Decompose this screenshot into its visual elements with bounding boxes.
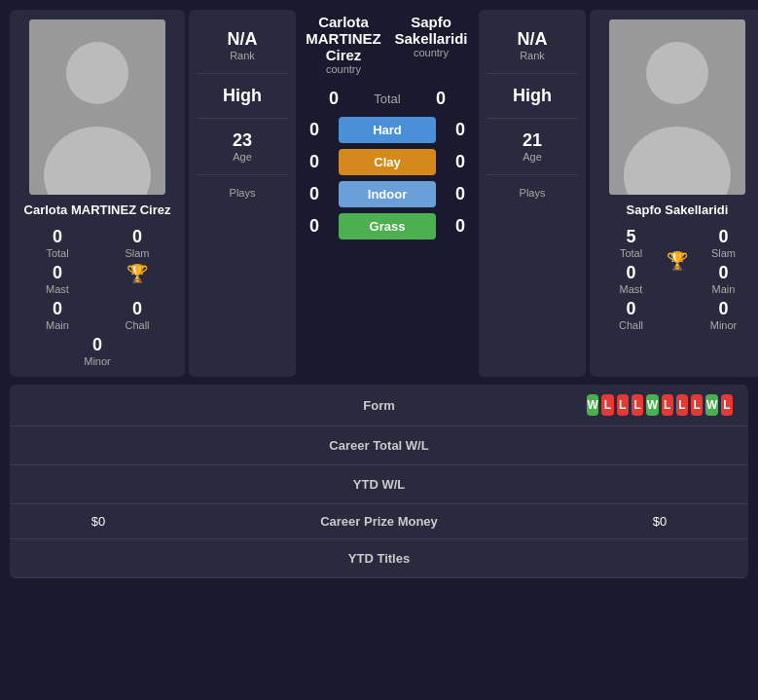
surface-rows: 0 Hard 0 0 Clay 0 0 Indoor 0	[300, 115, 475, 377]
right-minor-value: 0	[718, 299, 728, 319]
grass-row: 0 Grass 0	[300, 211, 475, 241]
left-player-card: Carlota MARTINEZ Cirez 0 Total 0 Slam 0 …	[10, 10, 185, 377]
right-slam-cell: 0 Slam	[692, 227, 755, 259]
form-badge-l: L	[601, 394, 613, 416]
prize-label: Career Prize Money	[171, 514, 587, 529]
middle-section: N/A Rank High 23 Age Plays	[189, 10, 586, 377]
left-slam-value: 0	[132, 227, 142, 247]
center-left-name: Carlota MARTINEZ Cirez country	[300, 14, 387, 75]
career-wl-label: Career Total W/L	[25, 438, 733, 453]
right-rank-value: N/A	[518, 29, 548, 50]
left-chall-label: Chall	[125, 319, 149, 331]
right-plays-block: Plays	[487, 175, 578, 210]
right-minor-label: Minor	[710, 319, 738, 331]
indoor-left: 0	[300, 184, 329, 204]
right-player-name: Sapfo Sakellaridi	[627, 203, 729, 217]
left-plays-block: Plays	[197, 175, 288, 210]
right-slam-value: 0	[718, 227, 728, 247]
left-chall-value: 0	[132, 299, 142, 319]
right-player-avatar	[609, 19, 745, 195]
center-header: Carlota MARTINEZ Cirez country Sapfo Sak…	[300, 10, 475, 83]
center-right-name: Sapfo Sakellaridi country	[387, 14, 475, 75]
left-slam-label: Slam	[125, 247, 149, 259]
left-main-value: 0	[53, 299, 62, 319]
right-main-cell: 0 Main	[692, 263, 755, 295]
indoor-right: 0	[446, 184, 475, 204]
total-score-right: 0	[426, 89, 455, 109]
right-info-panel: N/A Rank High 21 Age Plays	[479, 10, 586, 377]
right-high-value: High	[513, 86, 552, 106]
top-section: Carlota MARTINEZ Cirez 0 Total 0 Slam 0 …	[10, 10, 748, 377]
right-rank-label: Rank	[520, 50, 545, 61]
right-country-label: country	[387, 47, 475, 58]
total-score-left: 0	[319, 89, 348, 109]
left-country-label: country	[300, 63, 387, 75]
right-age-value: 21	[523, 130, 542, 151]
left-mast-cell: 0 Mast	[19, 263, 95, 295]
hard-left: 0	[300, 120, 329, 140]
bottom-rows: Form WLLLWLLLWL Career Total W/L YTD W/L…	[10, 385, 748, 578]
left-info-panel: N/A Rank High 23 Age Plays	[189, 10, 296, 377]
left-plays-value: Plays	[230, 187, 256, 199]
center-panel: Carlota MARTINEZ Cirez country Sapfo Sak…	[300, 10, 475, 377]
left-total-cell: 0 Total	[19, 227, 95, 259]
right-main-value: 0	[718, 263, 728, 283]
left-minor-value: 0	[92, 335, 102, 355]
form-badge-l: L	[632, 394, 643, 416]
ytd-wl-row: YTD W/L	[10, 465, 748, 504]
left-main-label: Main	[46, 319, 69, 331]
center-right-name-text: Sapfo Sakellaridi	[387, 14, 475, 47]
left-age-label: Age	[233, 151, 252, 163]
form-badge-w: W	[587, 394, 598, 416]
clay-right: 0	[446, 152, 475, 172]
form-badge-l: L	[691, 394, 703, 416]
indoor-btn: Indoor	[339, 181, 436, 207]
form-label: Form	[171, 398, 587, 413]
right-high-block: High	[487, 74, 578, 119]
left-minor-label: Minor	[84, 355, 111, 367]
right-total-value: 5	[626, 227, 635, 247]
hard-row: 0 Hard 0	[300, 115, 475, 145]
form-row: Form WLLLWLLLWL	[10, 385, 748, 426]
right-mast-cell: 0 Mast	[599, 263, 663, 295]
left-trophy-cell: 🏆	[99, 263, 175, 295]
ytd-titles-row: YTD Titles	[10, 539, 748, 578]
clay-left: 0	[300, 152, 329, 172]
right-chall-value: 0	[626, 299, 635, 319]
clay-btn: Clay	[339, 149, 436, 175]
right-main-label: Main	[712, 283, 736, 295]
left-chall-cell: 0 Chall	[99, 299, 175, 331]
left-total-label: Total	[46, 247, 68, 259]
left-stats-grid: 0 Total 0 Slam 0 Mast 🏆 0 Main	[19, 227, 175, 367]
right-slam-label: Slam	[711, 247, 736, 259]
right-trophy-icon: 🏆	[667, 250, 688, 272]
grass-right: 0	[446, 216, 475, 237]
form-badge-l: L	[617, 394, 629, 416]
left-player-avatar	[29, 19, 165, 195]
right-rank-block: N/A Rank	[487, 18, 578, 74]
prize-row: $0 Career Prize Money $0	[10, 504, 748, 539]
right-chall-label: Chall	[619, 319, 643, 331]
ytd-wl-label: YTD W/L	[25, 477, 733, 492]
left-high-value: High	[223, 86, 262, 106]
left-slam-cell: 0 Slam	[99, 227, 175, 259]
left-rank-label: Rank	[230, 50, 255, 61]
right-stats-grid: 5 Total 🏆 0 Slam 0 Mast 0 Main	[599, 227, 755, 331]
right-player-card: Sapfo Sakellaridi 5 Total 🏆 0 Slam 0 Mas…	[590, 10, 758, 377]
total-score-row: 0 Total 0	[300, 85, 475, 113]
indoor-row: 0 Indoor 0	[300, 179, 475, 209]
svg-point-1	[66, 42, 128, 104]
left-rank-value: N/A	[228, 29, 258, 50]
prize-left: $0	[25, 514, 171, 529]
left-age-value: 23	[233, 130, 252, 151]
form-badge-l: L	[676, 394, 688, 416]
grass-btn: Grass	[339, 213, 436, 239]
hard-btn: Hard	[339, 117, 436, 143]
right-total-cell: 5 Total	[599, 227, 663, 259]
left-mast-label: Mast	[46, 283, 69, 295]
form-badges-container: WLLLWLLLWL	[587, 394, 733, 416]
left-main-cell: 0 Main	[19, 299, 95, 331]
left-trophy-icon: 🏆	[126, 263, 148, 284]
center-left-name-text: Carlota MARTINEZ Cirez	[300, 14, 387, 63]
prize-right: $0	[587, 514, 733, 529]
